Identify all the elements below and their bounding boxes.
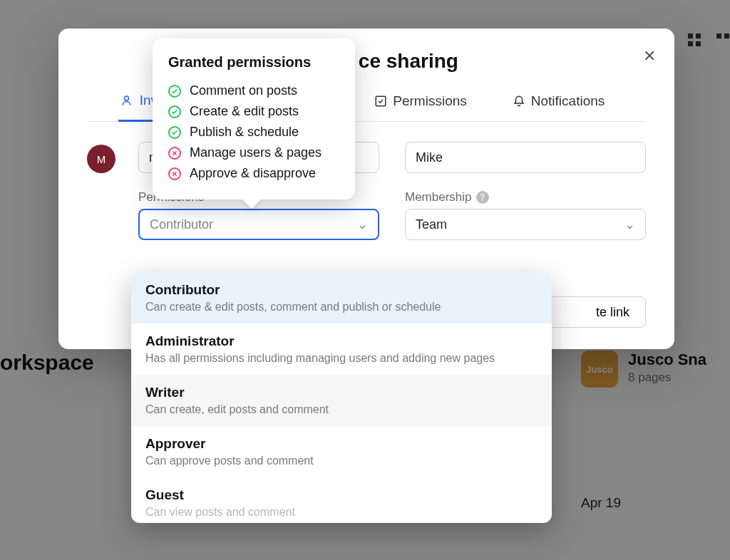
permission-label: Approve & disapprove [190, 166, 316, 181]
user-icon [121, 94, 134, 107]
option-name: Administrator [145, 333, 538, 349]
permission-label: Comment on posts [190, 83, 297, 98]
membership-select[interactable]: Team ⌄ [405, 209, 646, 240]
permission-item: Manage users & pages [168, 142, 339, 163]
chevron-down-icon: ⌄ [624, 217, 635, 232]
help-icon[interactable]: ? [476, 191, 489, 204]
svg-point-6 [124, 96, 128, 100]
chevron-down-icon: ⌄ [357, 217, 368, 232]
permission-label: Create & edit posts [190, 104, 299, 119]
granted-permissions-tooltip: Granted permissions Comment on postsCrea… [153, 38, 355, 199]
x-circle-icon [168, 147, 181, 160]
x-circle-icon [168, 167, 181, 180]
permission-item: Create & edit posts [168, 101, 339, 122]
dropdown-option[interactable]: GuestCan view posts and comment [131, 477, 552, 523]
option-name: Guest [145, 487, 538, 503]
invite-link-button[interactable]: te link [539, 296, 646, 328]
option-description: Has all permissions including managing u… [145, 352, 538, 365]
checkbox-icon [374, 95, 387, 108]
avatar: M [87, 145, 115, 173]
svg-rect-7 [376, 96, 386, 106]
permission-item: Publish & schedule [168, 122, 339, 142]
option-description: Can create & edit posts, comment and pub… [145, 301, 538, 313]
dropdown-option[interactable]: ApproverCan approve posts and comment [131, 426, 552, 477]
check-circle-icon [168, 85, 181, 98]
option-name: Contributor [145, 282, 538, 298]
close-icon[interactable]: ✕ [643, 47, 656, 66]
option-description: Can approve posts and comment [145, 455, 538, 467]
dropdown-option[interactable]: WriterCan create, edit posts and comment [131, 375, 552, 426]
membership-label: Membership ? [405, 190, 646, 204]
permission-item: Approve & disapprove [168, 163, 339, 184]
dropdown-option[interactable]: ContributorCan create & edit posts, comm… [131, 272, 552, 323]
tooltip-title: Granted permissions [168, 54, 339, 71]
permission-label: Publish & schedule [190, 125, 299, 140]
bell-icon [513, 95, 525, 108]
permission-label: Manage users & pages [190, 145, 322, 160]
option-name: Writer [145, 385, 538, 400]
option-description: Can create, edit posts and comment [145, 403, 538, 416]
option-name: Approver [145, 436, 538, 452]
tab-notifications[interactable]: Notifications [510, 93, 608, 121]
tab-label: Notifications [531, 93, 605, 109]
permissions-dropdown: ContributorCan create & edit posts, comm… [131, 272, 552, 523]
check-circle-icon [168, 105, 181, 118]
option-description: Can view posts and comment [145, 506, 538, 519]
name-field[interactable]: Mike [405, 142, 646, 173]
dropdown-option[interactable]: AdministratorHas all permissions includi… [131, 323, 552, 375]
tab-label: Permissions [393, 93, 466, 109]
permissions-select[interactable]: Contributor ⌄ [138, 209, 379, 240]
check-circle-icon [168, 126, 181, 139]
permission-item: Comment on posts [168, 81, 339, 101]
tab-permissions[interactable]: Permissions [371, 93, 469, 121]
